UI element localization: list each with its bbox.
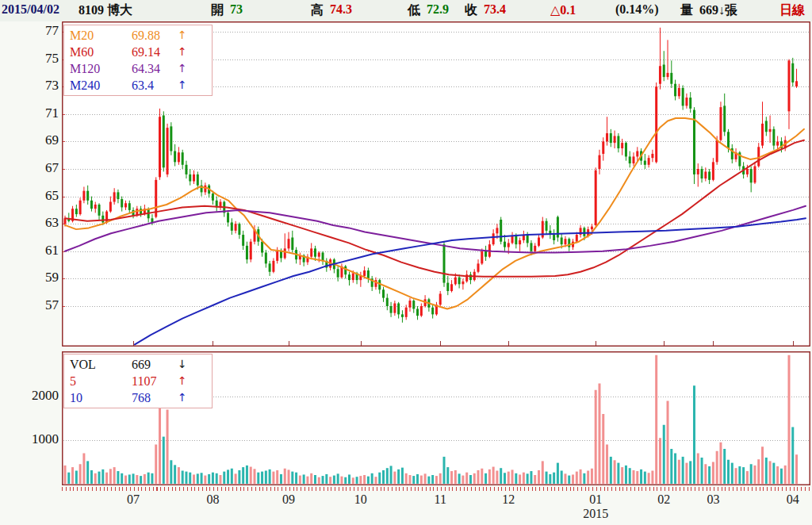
ma-legend-arrow: ↑ <box>178 77 190 94</box>
ma-legend-val: 69.14 <box>132 44 178 60</box>
change-percent: (0.14%) <box>615 2 659 17</box>
vol-legend-label: VOL <box>70 356 132 373</box>
close-value: 73.4 <box>484 2 506 17</box>
price-axis-tick: 59 <box>27 270 59 285</box>
year-label: 2015 <box>583 507 608 521</box>
vol-legend-arrow: ↑ <box>178 373 190 389</box>
volume-axis-tick: 2000 <box>27 388 59 404</box>
ma-legend-val: 69.88 <box>132 27 178 44</box>
vol-legend-label: 10 <box>70 389 132 406</box>
price-axis-tick: 71 <box>27 105 59 121</box>
ma-legend-row: M6069.14↑ <box>64 44 212 60</box>
vol-legend-row: 51107↑ <box>64 373 212 389</box>
vol-legend-label: 5 <box>70 373 132 389</box>
high-value: 74.3 <box>330 2 352 17</box>
low-value: 72.9 <box>427 2 449 17</box>
high-label: 高 <box>311 2 324 19</box>
month-label: 02 <box>657 492 670 507</box>
ma-legend-arrow: ↑ <box>178 27 190 44</box>
month-label: 07 <box>127 492 140 507</box>
stock-name: 8109 博大 <box>79 2 132 19</box>
ma-legend-row: M2069.88↑ <box>64 27 212 44</box>
month-label: 08 <box>206 492 219 507</box>
month-label: 03 <box>707 492 719 507</box>
ma-legend-box: M2069.88↑M6069.14↑M12064.34↑M24063.4↑ <box>63 25 213 96</box>
month-label: 12 <box>502 492 515 507</box>
quote-header-bar: 2015/04/02 8109 博大 開 73 高 74.3 低 72.9 收 … <box>0 0 812 21</box>
change-value: △0.1 <box>550 2 576 17</box>
vol-legend-row: 10768↑ <box>64 389 212 406</box>
vol-legend-val: 1107 <box>132 373 178 389</box>
open-value: 73 <box>230 2 243 17</box>
vol-legend-row: VOL669↓ <box>64 356 212 373</box>
open-label: 開 <box>211 2 224 19</box>
month-label: 11 <box>435 492 446 507</box>
ma-legend-label: M240 <box>70 77 132 94</box>
ma-legend-arrow: ↑ <box>178 44 190 60</box>
ma-legend-label: M60 <box>70 44 132 60</box>
vol-legend-arrow: ↓ <box>178 356 190 373</box>
close-label: 收 <box>465 2 477 19</box>
vol-legend-val: 768 <box>132 389 178 406</box>
low-label: 低 <box>408 2 420 19</box>
price-axis-tick: 69 <box>27 132 59 148</box>
ma-legend-label: M20 <box>70 27 132 44</box>
vol-legend-arrow: ↑ <box>178 389 190 406</box>
volume-axis-tick: 1000 <box>27 431 59 447</box>
day-tick-strip <box>62 487 810 491</box>
ma-legend-val: 63.4 <box>132 77 178 94</box>
month-label: 01 <box>589 492 602 507</box>
month-label: 10 <box>354 492 367 507</box>
period-selector[interactable]: 日線 <box>779 2 805 19</box>
price-axis-tick: 75 <box>27 51 59 67</box>
ma-legend-label: M120 <box>70 60 132 77</box>
volume-label: 量 <box>680 2 693 19</box>
vol-legend-val: 669 <box>132 356 178 373</box>
quote-date: 2015/04/02 <box>2 2 59 17</box>
ma-legend-row: M24063.4↑ <box>64 77 212 94</box>
price-axis-tick: 65 <box>27 188 59 204</box>
price-axis-tick: 67 <box>27 160 59 176</box>
ma-legend-row: M12064.34↑ <box>64 60 212 77</box>
price-axis-tick: 63 <box>27 215 59 231</box>
ma-legend-val: 64.34 <box>132 60 178 77</box>
price-axis-tick: 77 <box>27 23 59 39</box>
month-label: 04 <box>787 492 799 507</box>
volume-legend-box: VOL669↓51107↑10768↑ <box>63 354 213 408</box>
month-label: 09 <box>282 492 295 507</box>
price-axis-tick: 57 <box>27 297 59 313</box>
price-axis-tick: 61 <box>27 243 59 259</box>
price-axis-tick: 73 <box>27 78 59 94</box>
ma-legend-arrow: ↑ <box>178 60 190 77</box>
volume-value: 669↓張 <box>699 2 737 19</box>
